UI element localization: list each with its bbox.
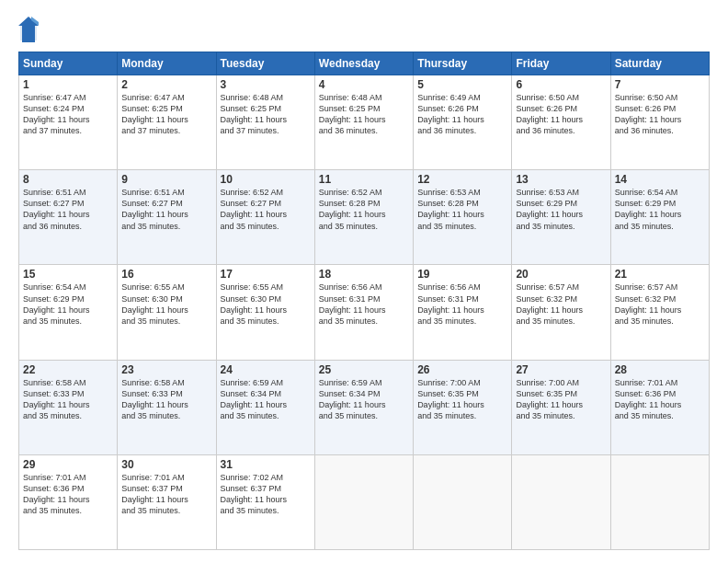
- cell-content: Sunrise: 6:58 AMSunset: 6:33 PMDaylight:…: [23, 377, 113, 422]
- cell-content: Sunrise: 6:47 AMSunset: 6:25 PMDaylight:…: [121, 92, 211, 137]
- day-number: 4: [319, 78, 409, 91]
- calendar-cell: 17Sunrise: 6:55 AMSunset: 6:30 PMDayligh…: [216, 265, 314, 360]
- calendar-cell: 12Sunrise: 6:53 AMSunset: 6:28 PMDayligh…: [414, 170, 512, 265]
- logo: [18, 17, 42, 42]
- calendar-cell: 8Sunrise: 6:51 AMSunset: 6:27 PMDaylight…: [19, 170, 118, 265]
- cell-content: Sunrise: 6:51 AMSunset: 6:27 PMDaylight:…: [23, 187, 113, 232]
- day-number: 8: [23, 173, 113, 186]
- week-row-5: 29Sunrise: 7:01 AMSunset: 6:36 PMDayligh…: [19, 454, 710, 549]
- calendar-cell: 4Sunrise: 6:48 AMSunset: 6:25 PMDaylight…: [314, 75, 413, 170]
- cell-content: Sunrise: 6:48 AMSunset: 6:25 PMDaylight:…: [319, 92, 409, 137]
- cell-content: Sunrise: 7:01 AMSunset: 6:36 PMDaylight:…: [615, 377, 705, 422]
- calendar-cell: 3Sunrise: 6:48 AMSunset: 6:25 PMDaylight…: [216, 75, 314, 170]
- cell-content: Sunrise: 6:50 AMSunset: 6:26 PMDaylight:…: [516, 92, 606, 137]
- day-header-thursday: Thursday: [414, 52, 512, 75]
- day-number: 14: [615, 173, 705, 186]
- calendar-cell: 14Sunrise: 6:54 AMSunset: 6:29 PMDayligh…: [610, 170, 709, 265]
- cell-content: Sunrise: 6:55 AMSunset: 6:30 PMDaylight:…: [121, 282, 211, 327]
- day-number: 24: [221, 363, 311, 376]
- calendar-cell: 25Sunrise: 6:59 AMSunset: 6:34 PMDayligh…: [314, 360, 413, 454]
- header: [18, 17, 710, 42]
- cell-content: Sunrise: 7:02 AMSunset: 6:37 PMDaylight:…: [221, 472, 311, 517]
- cell-content: Sunrise: 6:56 AMSunset: 6:31 PMDaylight:…: [319, 282, 409, 327]
- day-number: 6: [516, 78, 606, 91]
- calendar-cell: 26Sunrise: 7:00 AMSunset: 6:35 PMDayligh…: [414, 360, 512, 454]
- calendar-cell: 21Sunrise: 6:57 AMSunset: 6:32 PMDayligh…: [610, 265, 709, 360]
- cell-content: Sunrise: 6:53 AMSunset: 6:28 PMDaylight:…: [417, 187, 507, 232]
- cell-content: Sunrise: 6:50 AMSunset: 6:26 PMDaylight:…: [615, 92, 705, 137]
- day-number: 15: [23, 268, 113, 281]
- calendar-cell: 28Sunrise: 7:01 AMSunset: 6:36 PMDayligh…: [610, 360, 709, 454]
- day-number: 20: [516, 268, 606, 281]
- day-header-sunday: Sunday: [19, 52, 118, 75]
- calendar-cell: 29Sunrise: 7:01 AMSunset: 6:36 PMDayligh…: [19, 454, 118, 549]
- cell-content: Sunrise: 6:58 AMSunset: 6:33 PMDaylight:…: [121, 377, 211, 422]
- calendar-cell: [610, 454, 709, 549]
- calendar-header-row: SundayMondayTuesdayWednesdayThursdayFrid…: [19, 52, 710, 75]
- day-number: 5: [417, 78, 507, 91]
- cell-content: Sunrise: 7:01 AMSunset: 6:37 PMDaylight:…: [121, 472, 211, 517]
- day-number: 2: [121, 78, 211, 91]
- week-row-4: 22Sunrise: 6:58 AMSunset: 6:33 PMDayligh…: [19, 360, 710, 454]
- cell-content: Sunrise: 6:56 AMSunset: 6:31 PMDaylight:…: [417, 282, 507, 327]
- cell-content: Sunrise: 6:54 AMSunset: 6:29 PMDaylight:…: [615, 187, 705, 232]
- day-number: 29: [23, 458, 113, 471]
- cell-content: Sunrise: 6:51 AMSunset: 6:27 PMDaylight:…: [121, 187, 211, 232]
- day-number: 10: [221, 173, 311, 186]
- week-row-1: 1Sunrise: 6:47 AMSunset: 6:24 PMDaylight…: [19, 75, 710, 170]
- cell-content: Sunrise: 6:59 AMSunset: 6:34 PMDaylight:…: [319, 377, 409, 422]
- calendar-cell: 19Sunrise: 6:56 AMSunset: 6:31 PMDayligh…: [414, 265, 512, 360]
- cell-content: Sunrise: 6:54 AMSunset: 6:29 PMDaylight:…: [23, 282, 113, 327]
- calendar-cell: 18Sunrise: 6:56 AMSunset: 6:31 PMDayligh…: [314, 265, 413, 360]
- cell-content: Sunrise: 6:57 AMSunset: 6:32 PMDaylight:…: [516, 282, 606, 327]
- day-header-tuesday: Tuesday: [216, 52, 314, 75]
- calendar: SundayMondayTuesdayWednesdayThursdayFrid…: [18, 52, 710, 550]
- day-number: 31: [221, 458, 311, 471]
- cell-content: Sunrise: 6:52 AMSunset: 6:27 PMDaylight:…: [221, 187, 311, 232]
- day-number: 30: [121, 458, 211, 471]
- calendar-cell: 6Sunrise: 6:50 AMSunset: 6:26 PMDaylight…: [512, 75, 610, 170]
- week-row-3: 15Sunrise: 6:54 AMSunset: 6:29 PMDayligh…: [19, 265, 710, 360]
- day-number: 7: [615, 78, 705, 91]
- calendar-cell: 2Sunrise: 6:47 AMSunset: 6:25 PMDaylight…: [118, 75, 216, 170]
- day-number: 17: [221, 268, 311, 281]
- calendar-cell: 5Sunrise: 6:49 AMSunset: 6:26 PMDaylight…: [414, 75, 512, 170]
- day-number: 28: [615, 363, 705, 376]
- cell-content: Sunrise: 6:57 AMSunset: 6:32 PMDaylight:…: [615, 282, 705, 327]
- calendar-cell: 23Sunrise: 6:58 AMSunset: 6:33 PMDayligh…: [118, 360, 216, 454]
- day-number: 23: [121, 363, 211, 376]
- logo-icon: [18, 17, 39, 42]
- day-number: 26: [417, 363, 507, 376]
- cell-content: Sunrise: 6:53 AMSunset: 6:29 PMDaylight:…: [516, 187, 606, 232]
- cell-content: Sunrise: 7:00 AMSunset: 6:35 PMDaylight:…: [417, 377, 507, 422]
- cell-content: Sunrise: 6:52 AMSunset: 6:28 PMDaylight:…: [319, 187, 409, 232]
- day-number: 11: [319, 173, 409, 186]
- day-header-saturday: Saturday: [610, 52, 709, 75]
- calendar-cell: 24Sunrise: 6:59 AMSunset: 6:34 PMDayligh…: [216, 360, 314, 454]
- day-number: 13: [516, 173, 606, 186]
- page: SundayMondayTuesdayWednesdayThursdayFrid…: [0, 0, 728, 563]
- calendar-cell: [512, 454, 610, 549]
- calendar-cell: [314, 454, 413, 549]
- day-header-wednesday: Wednesday: [314, 52, 413, 75]
- day-number: 25: [319, 363, 409, 376]
- cell-content: Sunrise: 6:49 AMSunset: 6:26 PMDaylight:…: [417, 92, 507, 137]
- calendar-cell: 30Sunrise: 7:01 AMSunset: 6:37 PMDayligh…: [118, 454, 216, 549]
- day-header-monday: Monday: [118, 52, 216, 75]
- calendar-cell: 20Sunrise: 6:57 AMSunset: 6:32 PMDayligh…: [512, 265, 610, 360]
- calendar-cell: 27Sunrise: 7:00 AMSunset: 6:35 PMDayligh…: [512, 360, 610, 454]
- calendar-cell: 7Sunrise: 6:50 AMSunset: 6:26 PMDaylight…: [610, 75, 709, 170]
- calendar-cell: 16Sunrise: 6:55 AMSunset: 6:30 PMDayligh…: [118, 265, 216, 360]
- cell-content: Sunrise: 7:00 AMSunset: 6:35 PMDaylight:…: [516, 377, 606, 422]
- cell-content: Sunrise: 6:59 AMSunset: 6:34 PMDaylight:…: [221, 377, 311, 422]
- day-number: 18: [319, 268, 409, 281]
- day-number: 9: [121, 173, 211, 186]
- calendar-body: 1Sunrise: 6:47 AMSunset: 6:24 PMDaylight…: [19, 75, 710, 550]
- calendar-cell: 11Sunrise: 6:52 AMSunset: 6:28 PMDayligh…: [314, 170, 413, 265]
- cell-content: Sunrise: 6:55 AMSunset: 6:30 PMDaylight:…: [221, 282, 311, 327]
- cell-content: Sunrise: 6:48 AMSunset: 6:25 PMDaylight:…: [221, 92, 311, 137]
- day-header-friday: Friday: [512, 52, 610, 75]
- day-number: 16: [121, 268, 211, 281]
- calendar-cell: 15Sunrise: 6:54 AMSunset: 6:29 PMDayligh…: [19, 265, 118, 360]
- calendar-cell: 10Sunrise: 6:52 AMSunset: 6:27 PMDayligh…: [216, 170, 314, 265]
